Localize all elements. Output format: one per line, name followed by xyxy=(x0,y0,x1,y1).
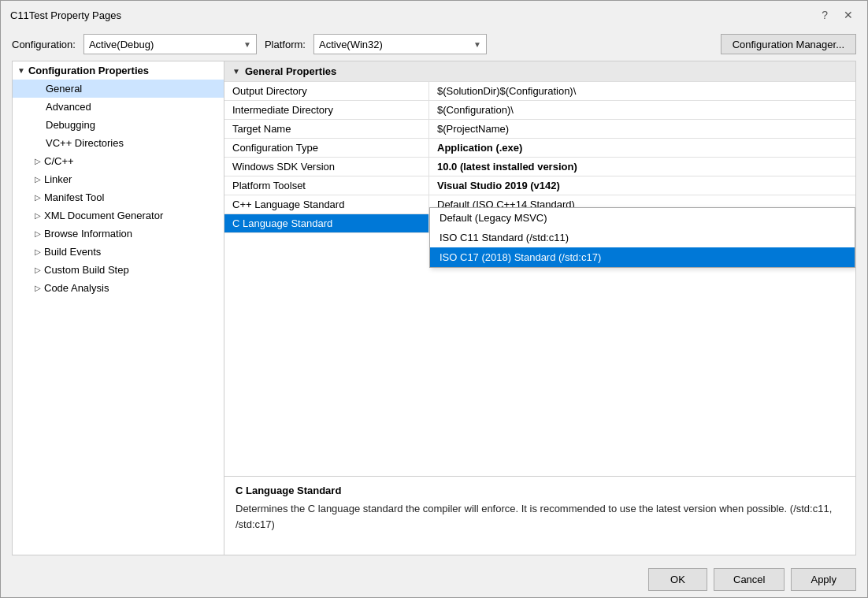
dropdown-option-default-msvc[interactable]: Default (Legacy MSVC) xyxy=(430,208,855,228)
dropdown-option-c11-label: ISO C11 Standard (/std:c11) xyxy=(440,232,569,243)
sidebar-section-title: Configuration Properties xyxy=(28,65,149,76)
c-lang-dropdown-panel[interactable]: Default (Legacy MSVC) ISO C11 Standard (… xyxy=(429,207,855,268)
sidebar-section-header[interactable]: ▼ Configuration Properties xyxy=(13,61,224,80)
titlebar: C11Test Property Pages ? ✕ xyxy=(1,1,867,28)
expand-browse-icon: ▷ xyxy=(35,229,41,238)
description-panel: C Language Standard Determines the C lan… xyxy=(224,476,855,555)
prop-value-windows-sdk: 10.0 (latest installed version) xyxy=(429,158,855,176)
properties-section-title: General Properties xyxy=(245,65,336,77)
platform-arrow-icon: ▼ xyxy=(473,40,481,49)
collapse-icon: ▼ xyxy=(17,66,25,75)
dialog-title: C11Test Property Pages xyxy=(10,9,121,21)
expand-manifest-icon: ▷ xyxy=(35,193,41,202)
sidebar-item-browse-info-label: Browse Information xyxy=(44,228,132,240)
config-bar: Configuration: Active(Debug) ▼ Platform:… xyxy=(1,28,867,61)
description-title: C Language Standard xyxy=(236,485,844,496)
sidebar-item-debugging[interactable]: Debugging xyxy=(13,116,224,134)
titlebar-controls: ? ✕ xyxy=(817,7,858,23)
expand-cpp-icon: ▷ xyxy=(35,157,41,165)
configuration-value: Active(Debug) xyxy=(89,39,154,50)
sidebar-item-code-analysis[interactable]: ▷ Code Analysis xyxy=(13,279,224,297)
sidebar-item-custom-build[interactable]: ▷ Custom Build Step xyxy=(13,261,224,279)
sidebar-item-cpp-label: C/C++ xyxy=(44,155,74,167)
prop-name-windows-sdk: Windows SDK Version xyxy=(224,158,429,176)
sidebar-item-general-label: General xyxy=(46,83,82,95)
apply-button[interactable]: Apply xyxy=(791,568,856,591)
sidebar-item-general[interactable]: General xyxy=(13,80,224,98)
sidebar-item-build-events[interactable]: ▷ Build Events xyxy=(13,243,224,261)
close-button[interactable]: ✕ xyxy=(839,7,858,23)
expand-xml-icon: ▷ xyxy=(35,211,41,220)
footer: OK Cancel Apply xyxy=(1,562,867,597)
sidebar-item-xml-doc[interactable]: ▷ XML Document Generator xyxy=(13,206,224,225)
prop-row-windows-sdk[interactable]: Windows SDK Version 10.0 (latest install… xyxy=(224,158,855,176)
properties-section-header: ▼ General Properties xyxy=(224,61,855,82)
sidebar-item-manifest-tool-label: Manifest Tool xyxy=(44,191,104,203)
prop-name-c-lang: C Language Standard xyxy=(224,214,429,232)
sidebar-item-build-events-label: Build Events xyxy=(44,246,101,258)
sidebar-item-linker[interactable]: ▷ Linker xyxy=(13,170,224,188)
sidebar-item-vc-dirs-label: VC++ Directories xyxy=(46,137,124,149)
prop-row-config-type[interactable]: Configuration Type Application (.exe) xyxy=(224,139,855,158)
expand-custom-build-icon: ▷ xyxy=(35,266,41,274)
dropdown-option-c17-label: ISO C17 (2018) Standard (/std:c17) xyxy=(440,251,601,263)
ok-button[interactable]: OK xyxy=(648,568,707,591)
property-pages-dialog: C11Test Property Pages ? ✕ Configuration… xyxy=(0,0,868,598)
help-button[interactable]: ? xyxy=(817,7,833,23)
prop-name-config-type: Configuration Type xyxy=(224,139,429,157)
prop-row-output-dir[interactable]: Output Directory $(SolutionDir)$(Configu… xyxy=(224,82,855,101)
prop-name-output-dir: Output Directory xyxy=(224,82,429,100)
sidebar-item-advanced[interactable]: Advanced xyxy=(13,98,224,116)
prop-row-intermediate-dir[interactable]: Intermediate Directory $(Configuration)\ xyxy=(224,101,855,120)
platform-dropdown[interactable]: Active(Win32) ▼ xyxy=(313,34,487,54)
dropdown-option-c11[interactable]: ISO C11 Standard (/std:c11) xyxy=(430,228,855,247)
dropdown-option-c17[interactable]: ISO C17 (2018) Standard (/std:c17) xyxy=(430,247,855,267)
section-collapse-icon: ▼ xyxy=(232,67,240,76)
sidebar-item-advanced-label: Advanced xyxy=(46,101,91,113)
sidebar-item-cpp[interactable]: ▷ C/C++ xyxy=(13,152,224,170)
sidebar-item-custom-build-label: Custom Build Step xyxy=(44,264,129,276)
description-text: Determines the C language standard the c… xyxy=(236,501,844,532)
config-label: Configuration: xyxy=(12,39,76,50)
expand-linker-icon: ▷ xyxy=(35,175,41,184)
sidebar: ▼ Configuration Properties General Advan… xyxy=(12,61,224,555)
prop-row-platform-toolset[interactable]: Platform Toolset Visual Studio 2019 (v14… xyxy=(224,176,855,195)
config-manager-button[interactable]: Configuration Manager... xyxy=(721,34,856,54)
configuration-dropdown[interactable]: Active(Debug) ▼ xyxy=(83,34,257,54)
prop-value-config-type: Application (.exe) xyxy=(429,139,855,157)
prop-value-target-name: $(ProjectName) xyxy=(429,120,855,138)
sidebar-item-browse-info[interactable]: ▷ Browse Information xyxy=(13,225,224,243)
right-panel: ▼ General Properties Output Directory $(… xyxy=(224,61,856,555)
expand-code-analysis-icon: ▷ xyxy=(35,284,41,292)
prop-row-target-name[interactable]: Target Name $(ProjectName) xyxy=(224,120,855,139)
prop-value-intermediate-dir: $(Configuration)\ xyxy=(429,101,855,119)
platform-label: Platform: xyxy=(265,39,306,50)
prop-value-platform-toolset: Visual Studio 2019 (v142) xyxy=(429,176,855,195)
sidebar-item-xml-doc-label: XML Document Generator xyxy=(44,210,163,221)
configuration-arrow-icon: ▼ xyxy=(243,40,251,49)
prop-name-intermediate-dir: Intermediate Directory xyxy=(224,101,429,119)
sidebar-item-code-analysis-label: Code Analysis xyxy=(44,282,109,294)
prop-name-cpp-lang: C++ Language Standard xyxy=(224,195,429,214)
sidebar-item-vc-dirs[interactable]: VC++ Directories xyxy=(13,134,224,152)
sidebar-item-debugging-label: Debugging xyxy=(46,119,95,131)
expand-build-events-icon: ▷ xyxy=(35,247,41,256)
dropdown-option-default-msvc-label: Default (Legacy MSVC) xyxy=(440,212,547,224)
sidebar-item-manifest-tool[interactable]: ▷ Manifest Tool xyxy=(13,188,224,206)
prop-value-output-dir: $(SolutionDir)$(Configuration)\ xyxy=(429,82,855,100)
main-content: ▼ Configuration Properties General Advan… xyxy=(1,61,867,562)
platform-value: Active(Win32) xyxy=(319,39,383,50)
properties-area: ▼ General Properties Output Directory $(… xyxy=(224,61,855,476)
prop-name-target-name: Target Name xyxy=(224,120,429,138)
cancel-button[interactable]: Cancel xyxy=(714,568,785,591)
prop-name-platform-toolset: Platform Toolset xyxy=(224,176,429,195)
sidebar-item-linker-label: Linker xyxy=(44,173,72,185)
